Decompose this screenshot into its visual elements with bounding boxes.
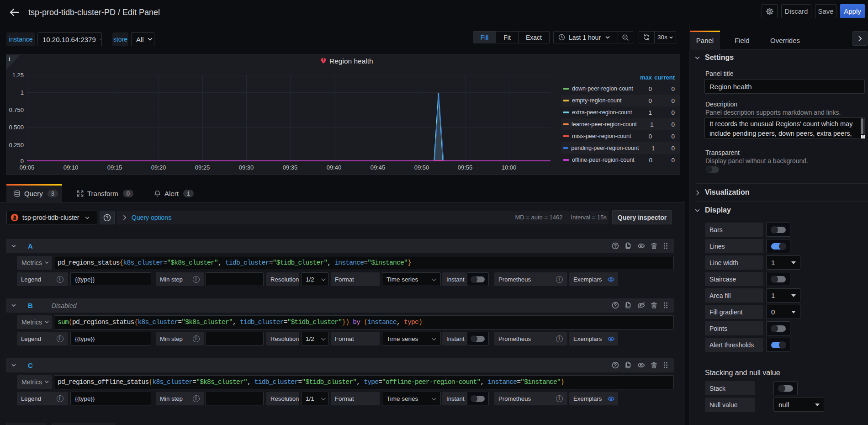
svg-text:10:00: 10:00	[502, 164, 517, 171]
svg-text:0: 0	[21, 158, 24, 165]
svg-text:09:30: 09:30	[239, 164, 254, 171]
svg-text:1: 1	[21, 89, 24, 96]
svg-text:1.25: 1.25	[12, 72, 24, 79]
svg-text:09:50: 09:50	[414, 164, 429, 171]
svg-text:09:15: 09:15	[107, 164, 122, 171]
svg-text:09:05: 09:05	[20, 164, 35, 171]
svg-text:09:10: 09:10	[64, 164, 79, 171]
svg-text:09:40: 09:40	[327, 164, 342, 171]
svg-text:0.750: 0.750	[9, 106, 24, 113]
svg-text:09:45: 09:45	[370, 164, 386, 171]
svg-text:0.500: 0.500	[9, 124, 24, 131]
svg-text:09:20: 09:20	[151, 164, 166, 171]
svg-text:09:35: 09:35	[283, 164, 298, 171]
svg-text:09:25: 09:25	[195, 164, 210, 171]
svg-text:09:55: 09:55	[458, 164, 473, 171]
svg-text:0.250: 0.250	[9, 142, 24, 149]
